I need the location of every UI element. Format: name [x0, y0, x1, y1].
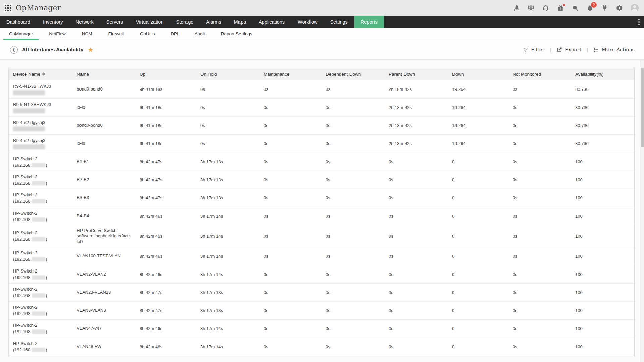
cell-down: 0 — [448, 207, 508, 225]
redacted-ip-segment — [32, 237, 45, 241]
cell-value: 0 — [452, 326, 454, 331]
column-header-down[interactable]: Down — [448, 68, 508, 80]
nav-tab-workflow[interactable]: Workflow — [291, 16, 324, 28]
cell-value: 3h 17m 14s — [200, 214, 223, 219]
column-header-dependent-down[interactable]: Dependent Down — [321, 68, 384, 80]
whats-new-gift-icon[interactable] — [557, 4, 564, 12]
subnav-tab-netflow[interactable]: NetFlow — [43, 28, 71, 40]
notifications-bell-icon[interactable]: 2 — [586, 4, 594, 12]
more-actions-list-icon — [594, 47, 599, 52]
nav-tab-alarms[interactable]: Alarms — [200, 16, 227, 28]
device-name-cell: HP-Switch-2(192.168.) — [9, 284, 72, 301]
training-presentation-icon[interactable] — [527, 4, 535, 12]
cell-availability: 100 — [571, 171, 634, 189]
cell-value: 100 — [575, 254, 583, 259]
table-row[interactable]: HP-Switch-2(192.168.)VLAN47-v478h 42m 46… — [9, 320, 634, 338]
settings-gear-icon[interactable] — [616, 4, 623, 12]
ip-prefix: (192.168. — [13, 329, 32, 334]
filter-label: Filter — [531, 47, 545, 52]
export-button[interactable]: Export — [557, 47, 582, 52]
subnav-tab-dpi[interactable]: DPI — [165, 28, 184, 40]
cell-not-monitored: 0s — [508, 302, 571, 319]
table-row[interactable]: R9-4-n2-dgysnj3bond0-bond09h 41m 18s0s0s… — [9, 117, 634, 135]
column-header-name[interactable]: Name — [72, 68, 135, 80]
cell-value: bond0-bond0 — [77, 86, 103, 92]
favorite-star-icon[interactable]: ★ — [88, 47, 93, 53]
table-row[interactable]: R9-5-N1-3BHWKJ3bond0-bond09h 41m 18s0s0s… — [9, 80, 634, 99]
column-header-parent-down[interactable]: Parent Down — [384, 68, 448, 80]
cell-value: 0s — [513, 234, 517, 239]
user-avatar[interactable] — [631, 4, 639, 12]
scrollbar-thumb[interactable] — [641, 68, 644, 147]
subnav-tab-opmanager[interactable]: OpManager — [3, 28, 39, 40]
cell-value: VLAN49-FW — [77, 344, 101, 349]
subnav-tab-audit[interactable]: Audit — [189, 28, 211, 40]
column-header-up[interactable]: Up — [135, 68, 196, 80]
subnav-tab-firewall[interactable]: Firewall — [103, 28, 130, 40]
column-header-not-monitored[interactable]: Not Monitored — [508, 68, 571, 80]
nav-tab-dashboard[interactable]: Dashboard — [0, 16, 37, 28]
cell-not-monitored: 0s — [508, 80, 571, 98]
table-row[interactable]: HP-Switch-2(192.168.)VLAN3-VLAN38h 42m 4… — [9, 302, 634, 320]
filter-button[interactable]: Filter — [523, 47, 545, 52]
support-headset-icon[interactable] — [542, 4, 549, 12]
table-row[interactable]: HP-Switch-2(192.168.)B3-B38h 42m 47s3h 1… — [9, 189, 634, 207]
column-header-maintenance[interactable]: Maintenance — [259, 68, 321, 80]
report-title-bar: ❮ All Interfaces Availability ★ Filter |… — [0, 40, 644, 60]
nav-tab-virtualization[interactable]: Virtualization — [129, 16, 170, 28]
nav-tab-maps[interactable]: Maps — [227, 16, 252, 28]
cell-value: 0s — [513, 254, 517, 259]
cell-value: 0s — [389, 254, 393, 259]
table-row[interactable]: HP-Switch-2(192.168.)VLAN23-VLAN238h 42m… — [9, 284, 634, 302]
plugin-plug-icon[interactable] — [601, 4, 608, 12]
vertical-scrollbar[interactable] — [640, 60, 644, 362]
device-name: R9-5-N1-3BHWKJ3 — [13, 84, 51, 89]
cell-value: 0s — [326, 195, 330, 200]
more-actions-button[interactable]: More Actions — [594, 47, 635, 52]
cell-name: bond0-bond0 — [72, 80, 135, 98]
table-row[interactable]: R9-4-n2-dgysnj3lo-lo9h 41m 18s0s0s0s2h 1… — [9, 135, 634, 153]
getting-started-rocket-icon[interactable] — [513, 4, 520, 12]
table-row[interactable]: HP-Switch-2(192.168.)HP ProCurve Switch … — [9, 225, 634, 247]
nav-tab-reports[interactable]: Reports — [354, 16, 384, 28]
search-icon[interactable] — [572, 4, 579, 12]
subnav-tab-oputils[interactable]: OpUtils — [134, 28, 160, 40]
column-header-availability-[interactable]: Availability(%) — [571, 68, 634, 80]
nav-tab-inventory[interactable]: Inventory — [37, 16, 69, 28]
table-row[interactable]: HP-Switch-2(192.168.)VLAN2-VLAN28h 42m 4… — [9, 265, 634, 284]
nav-overflow-kebab-icon[interactable] — [635, 16, 643, 28]
nav-tab-applications[interactable]: Applications — [252, 16, 291, 28]
device-name: HP-Switch-2 — [13, 287, 37, 292]
column-header-device-name[interactable]: Device Name — [9, 68, 72, 80]
cell-value: 100 — [575, 214, 583, 219]
cell-value: 0s — [264, 234, 268, 239]
nav-tab-network[interactable]: Network — [69, 16, 100, 28]
cell-maintenance: 0s — [259, 320, 321, 338]
cell-on-hold: 3h 17m 14s — [196, 207, 259, 225]
nav-tab-storage[interactable]: Storage — [170, 16, 200, 28]
back-button[interactable]: ❮ — [10, 46, 18, 54]
table-row[interactable]: HP-Switch-2(192.168.)VLAN100-TEST-VLAN8h… — [9, 247, 634, 265]
cell-value: 100 — [575, 234, 583, 239]
subnav-tab-ncm[interactable]: NCM — [76, 28, 98, 40]
ip-prefix: (192.168. — [13, 275, 32, 280]
nav-tab-servers[interactable]: Servers — [100, 16, 129, 28]
device-name: R9-4-n2-dgysnj3 — [13, 120, 45, 125]
nav-tab-settings[interactable]: Settings — [324, 16, 354, 28]
column-header-on-hold[interactable]: On Hold — [196, 68, 259, 80]
table-row[interactable]: HP-Switch-2(192.168.)B4-B48h 42m 46s3h 1… — [9, 207, 634, 225]
table-row[interactable]: HP-Switch-2(192.168.)B1-B18h 42m 47s3h 1… — [9, 153, 634, 171]
cell-down: 0 — [448, 338, 508, 356]
device-ip: (192.168.) — [13, 293, 47, 298]
table-row[interactable]: HP-Switch-2(192.168.)B2-B28h 42m 47s3h 1… — [9, 171, 634, 189]
cell-availability: 80.736 — [571, 135, 634, 153]
cell-not-monitored: 0s — [508, 99, 571, 116]
table-row[interactable]: R9-5-N1-3BHWKJ3lo-lo9h 41m 18s0s0s0s2h 1… — [9, 99, 634, 117]
subnav-tab-report-settings[interactable]: Report Settings — [215, 28, 258, 40]
app-grid-icon[interactable] — [5, 5, 11, 11]
cell-value: 0s — [264, 159, 268, 164]
sort-arrows-icon[interactable] — [42, 72, 45, 76]
cell-on-hold: 3h 17m 14s — [196, 247, 259, 265]
table-row[interactable]: HP-Switch-2(192.168.)VLAN49-FW8h 42m 46s… — [9, 338, 634, 356]
cell-value: 0s — [389, 290, 393, 295]
